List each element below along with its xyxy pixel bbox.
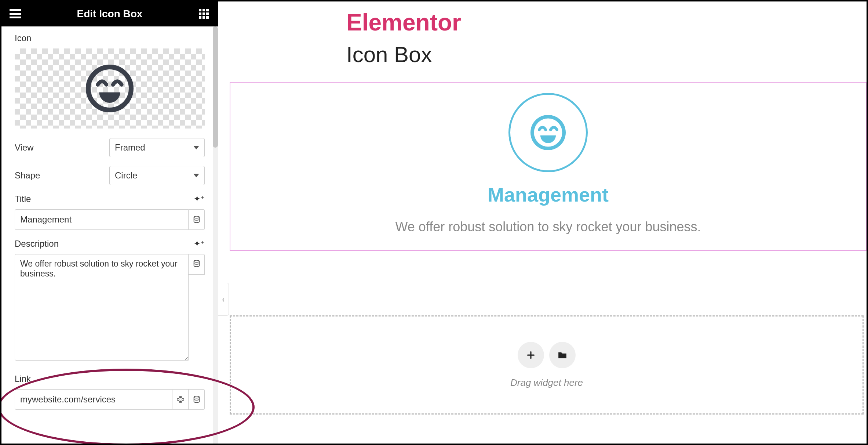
svg-rect-11 [206,16,209,19]
svg-rect-0 [10,9,21,11]
view-select-value: Framed [115,142,145,153]
description-label: Description [15,239,59,249]
dynamic-tags-icon[interactable] [189,254,205,275]
add-template-button[interactable] [549,342,576,368]
brand-title: Elementor [227,1,867,42]
laugh-beam-icon [86,65,134,112]
svg-point-17 [194,396,199,398]
svg-rect-7 [203,12,205,15]
title-label: Title [15,194,31,204]
link-options-icon[interactable] [172,389,189,410]
dynamic-tags-icon[interactable] [189,389,205,410]
icon-label: Icon [15,33,205,43]
shape-label: Shape [15,170,40,181]
page-title: Icon Box [227,42,867,82]
add-section-button[interactable] [518,342,544,368]
panel-scrollbar[interactable] [213,26,218,444]
svg-point-15 [180,397,181,398]
panel-title: Edit Icon Box [22,8,197,20]
chevron-down-icon [193,174,199,177]
menu-icon[interactable] [9,7,22,21]
ai-sparkle-icon[interactable]: ✦⁺ [194,239,205,249]
dynamic-tags-icon[interactable] [189,209,205,230]
svg-rect-6 [199,12,201,15]
link-input[interactable] [15,389,172,410]
collapse-panel-button[interactable]: ‹ [218,283,229,316]
dropzone-label: Drag widget here [510,377,583,388]
svg-rect-4 [203,9,205,11]
iconbox-description: We offer robust solution to sky rocket y… [238,219,858,235]
view-select[interactable]: Framed [109,138,205,157]
shape-select[interactable]: Circle [109,166,205,185]
widget-dropzone[interactable]: Drag widget here [230,315,864,415]
svg-rect-9 [199,16,201,19]
svg-point-18 [532,117,564,148]
link-label: Link [15,374,205,384]
svg-rect-1 [10,13,21,15]
iconbox-framed-circle [508,93,588,172]
editor-panel: Edit Icon Box Icon View Framed [1,1,218,444]
svg-rect-10 [203,16,205,19]
shape-select-value: Circle [115,170,137,181]
svg-point-13 [194,216,199,218]
svg-rect-8 [206,12,209,15]
panel-header: Edit Icon Box [1,1,218,26]
svg-rect-2 [10,17,21,18]
svg-point-16 [180,401,181,403]
icon-preview[interactable] [15,48,205,129]
svg-rect-5 [206,9,209,11]
svg-rect-3 [199,9,201,11]
laugh-beam-icon [530,115,566,150]
svg-point-14 [194,260,199,263]
ai-sparkle-icon[interactable]: ✦⁺ [194,194,205,204]
view-label: View [15,142,34,153]
folder-icon [558,351,567,359]
description-textarea[interactable] [15,254,189,361]
plus-icon [526,350,536,360]
title-input[interactable] [15,209,189,230]
preview-area: ‹ Elementor Icon Box Management We offer… [218,1,867,444]
iconbox-title: Management [238,183,858,206]
widgets-grid-icon[interactable] [197,7,211,21]
iconbox-widget[interactable]: Management We offer robust solution to s… [230,82,867,251]
chevron-down-icon [193,146,199,149]
svg-point-12 [88,67,131,110]
